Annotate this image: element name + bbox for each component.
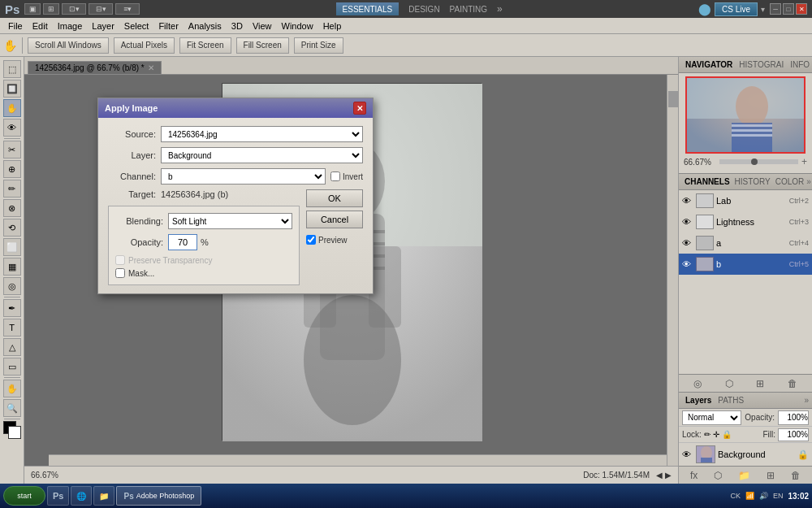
menu-select[interactable]: Select <box>119 21 154 31</box>
design-tab[interactable]: DESIGN <box>408 5 439 14</box>
history-tool[interactable]: ⟲ <box>3 219 21 237</box>
close-btn[interactable]: ✕ <box>796 3 807 15</box>
essentials-tab[interactable]: ESSENTIALS <box>336 2 400 15</box>
layer-select[interactable]: Background <box>161 147 363 163</box>
channels-tab[interactable]: CHANNELS <box>682 177 732 186</box>
layer-delete-icon[interactable]: 🗑 <box>791 470 801 481</box>
history-tab[interactable]: HISTORY <box>732 177 773 186</box>
eyedropper-tool[interactable]: 👁 <box>3 119 21 137</box>
menu-image[interactable]: Image <box>53 21 88 31</box>
actual-pixels-btn[interactable]: Actual Pixels <box>114 37 175 54</box>
clone-tool[interactable]: ⊗ <box>3 199 21 217</box>
layer-fx-icon[interactable]: fx <box>690 470 698 481</box>
dodge-tool[interactable]: ◎ <box>3 277 21 295</box>
opacity-input[interactable] <box>168 234 197 250</box>
fill-screen-btn[interactable]: Fill Screen <box>236 37 289 54</box>
layer-group-icon[interactable]: 📁 <box>738 470 750 481</box>
nav-slider-track[interactable] <box>719 159 798 164</box>
painting-tab[interactable]: PAINTING <box>450 5 487 14</box>
lock-pos-icon[interactable]: ✛ <box>713 430 719 439</box>
lab-eye-icon[interactable]: 👁 <box>682 196 693 206</box>
channel-b-row[interactable]: 👁 b Ctrl+5 <box>679 254 812 275</box>
preserve-checkbox[interactable] <box>115 255 125 265</box>
lightness-eye-icon[interactable]: 👁 <box>682 217 693 227</box>
layer-mask-icon[interactable]: ⬡ <box>714 470 722 481</box>
next-page-icon[interactable]: ▶ <box>665 471 672 480</box>
cancel-btn[interactable]: Cancel <box>306 211 363 228</box>
lasso-tool[interactable]: 🔲 <box>3 80 21 98</box>
dialog-close-btn[interactable]: ✕ <box>353 102 366 115</box>
channel-lightness-row[interactable]: 👁 Lightness Ctrl+3 <box>679 211 812 232</box>
taskbar-btn3[interactable]: 📁 <box>93 486 114 506</box>
chan-select-icon[interactable]: ◎ <box>693 378 702 389</box>
pen-tool[interactable]: ✒ <box>3 299 21 317</box>
ok-btn[interactable]: OK <box>306 189 363 207</box>
taskbar-btn2[interactable]: 🌐 <box>71 486 92 506</box>
taskbar-active-btn[interactable]: Ps Adobe Photoshop <box>116 486 201 506</box>
heal-tool[interactable]: ⊕ <box>3 160 21 178</box>
color-boxes[interactable] <box>3 421 21 439</box>
channel-a-row[interactable]: 👁 a Ctrl+4 <box>679 232 812 254</box>
tab-close-icon[interactable]: ✕ <box>148 63 154 72</box>
new-doc-icon[interactable]: ▣ <box>24 3 41 15</box>
lock-pixel-icon[interactable]: ✏ <box>704 430 710 439</box>
menu-filter[interactable]: Filter <box>153 21 183 31</box>
prev-page-icon[interactable]: ◀ <box>656 471 663 480</box>
zoom-tool[interactable]: 🔍 <box>3 399 21 417</box>
move-tool[interactable]: ✋ <box>3 99 21 117</box>
gradient-tool[interactable]: ▦ <box>3 258 21 276</box>
color-tab[interactable]: COLOR <box>773 177 807 186</box>
open-doc-icon[interactable]: ⊞ <box>43 3 59 15</box>
a-eye-icon[interactable]: 👁 <box>682 238 693 248</box>
channel-lab-row[interactable]: 👁 Lab Ctrl+2 <box>679 190 812 211</box>
menu-help[interactable]: Help <box>318 21 347 31</box>
bg-color[interactable] <box>8 426 21 439</box>
hand-tool-left[interactable]: ✋ <box>3 380 21 397</box>
active-tab[interactable]: 14256364.jpg @ 66.7% (b/8) * ✕ <box>28 61 162 74</box>
chan-save-icon[interactable]: ⬡ <box>725 378 733 389</box>
paths-tab[interactable]: PATHS <box>715 396 747 405</box>
cslive-btn[interactable]: CS Live <box>715 2 758 16</box>
crop-tool[interactable]: ✂ <box>3 141 21 158</box>
minimize-btn[interactable]: ─ <box>770 3 781 15</box>
invert-checkbox[interactable] <box>330 172 340 181</box>
histogram-tab[interactable]: HISTOGRAI <box>736 60 787 69</box>
taskbar-ps-btn[interactable]: Ps <box>47 486 69 506</box>
menu-analysis[interactable]: Analysis <box>184 21 227 31</box>
eraser-tool[interactable]: ⬜ <box>3 238 21 256</box>
fit-screen-btn[interactable]: Fit Screen <box>179 37 231 54</box>
chan-delete-icon[interactable]: 🗑 <box>788 378 797 389</box>
menu-file[interactable]: File <box>3 21 28 31</box>
blending-select[interactable]: Soft Light <box>168 213 292 229</box>
scroll-all-btn[interactable]: Scroll All Windows <box>28 37 109 54</box>
menu-3d[interactable]: 3D <box>227 21 248 31</box>
print-size-btn[interactable]: Print Size <box>294 37 343 54</box>
preview-checkbox[interactable] <box>306 235 316 245</box>
menu-window[interactable]: Window <box>277 21 318 31</box>
menu-layer[interactable]: Layer <box>87 21 119 31</box>
nav-slider-thumb[interactable] <box>751 158 758 165</box>
menu-view[interactable]: View <box>248 21 277 31</box>
layers-expand[interactable]: » <box>804 396 809 405</box>
scroll-v-thumb[interactable] <box>668 91 678 107</box>
scroll-h[interactable] <box>49 454 667 466</box>
lock-all-icon[interactable]: 🔒 <box>722 430 732 439</box>
maximize-btn[interactable]: □ <box>783 3 794 15</box>
hand-tool-icon[interactable]: ✋ <box>3 39 17 52</box>
chan-new-icon[interactable]: ⊞ <box>756 378 764 389</box>
source-select[interactable]: 14256364.jpg <box>161 126 363 142</box>
extra-icon[interactable]: ≡▾ <box>115 3 140 15</box>
mask-checkbox[interactable] <box>115 268 125 278</box>
start-button[interactable]: start <box>3 486 45 506</box>
layer-new-icon[interactable]: ⊞ <box>767 470 775 481</box>
bg-layer-eye-icon[interactable]: 👁 <box>682 449 693 459</box>
path-tool[interactable]: △ <box>3 338 21 356</box>
layers-tab[interactable]: Layers <box>682 396 715 405</box>
view-icon[interactable]: ⊡▾ <box>62 3 86 15</box>
scroll-v[interactable] <box>667 75 678 466</box>
nav-zoom-in[interactable]: + <box>801 156 807 167</box>
info-tab[interactable]: INFO <box>787 60 812 69</box>
type-tool[interactable]: T <box>3 319 21 336</box>
b-eye-icon[interactable]: 👁 <box>682 259 693 269</box>
menu-edit[interactable]: Edit <box>28 21 53 31</box>
